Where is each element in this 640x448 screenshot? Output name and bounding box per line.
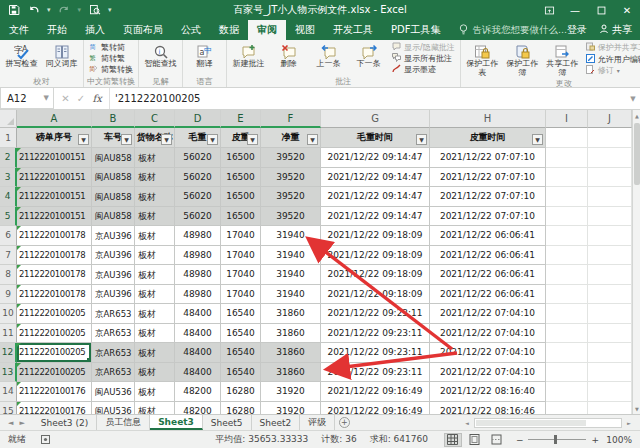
- row-header-5[interactable]: 5: [0, 207, 17, 227]
- cell-E7[interactable]: 17040: [221, 246, 261, 266]
- button-简繁转换[interactable]: 简简繁转换: [89, 64, 133, 75]
- cell-H6[interactable]: 2021/12/22 06:06:41: [430, 226, 546, 246]
- filter-dropdown-icon[interactable]: ▼: [307, 134, 318, 145]
- row-header-15[interactable]: 15: [0, 402, 17, 415]
- cell-B10[interactable]: 京AR653: [92, 304, 135, 324]
- column-header-J[interactable]: J: [588, 110, 632, 128]
- row-header-12[interactable]: 12: [0, 343, 17, 363]
- cell-A7[interactable]: 2112220100178: [17, 246, 92, 266]
- column-header-I[interactable]: I: [546, 110, 588, 128]
- button-保护工作表[interactable]: 保护工作表: [463, 41, 502, 78]
- cell-J12[interactable]: [588, 343, 632, 363]
- cell-F11[interactable]: 31860: [261, 324, 321, 344]
- scroll-right-icon[interactable]: ►: [624, 418, 634, 428]
- cell-D4[interactable]: 56020: [175, 187, 221, 207]
- cell-I13[interactable]: [546, 363, 588, 383]
- cell-F15[interactable]: 31920: [261, 402, 321, 415]
- sheet-nav-left-icon[interactable]: ◄: [8, 419, 13, 427]
- filter-dropdown-icon[interactable]: ▼: [416, 134, 427, 145]
- cell-D2[interactable]: 56020: [175, 148, 221, 168]
- cell-J2[interactable]: [588, 148, 632, 168]
- cell-B15[interactable]: 闽AU536: [92, 402, 135, 415]
- zoom-slider-thumb[interactable]: [554, 435, 557, 444]
- cell-E14[interactable]: 16280: [221, 382, 261, 402]
- button-同义词库[interactable]: 同义词库: [42, 41, 81, 76]
- cell-D15[interactable]: 48200: [175, 402, 221, 415]
- horizontal-scroll-thumb[interactable]: [476, 420, 586, 426]
- cell-F10[interactable]: 31860: [261, 304, 321, 324]
- button-简转繁[interactable]: 繁简转繁: [89, 53, 133, 64]
- cell-F12[interactable]: 31860: [261, 343, 321, 363]
- undo-icon[interactable]: [27, 4, 40, 17]
- cell-I9[interactable]: [546, 285, 588, 305]
- minimize-icon[interactable]: —: [562, 0, 588, 20]
- filter-dropdown-icon[interactable]: ▼: [78, 134, 89, 145]
- button-繁转简[interactable]: 简繁转简: [89, 42, 133, 53]
- scroll-up-icon[interactable]: ▲: [633, 110, 640, 121]
- cell-J6[interactable]: [588, 226, 632, 246]
- cell-A14[interactable]: 2112220100176: [17, 382, 92, 402]
- sheet-tab-员工信息[interactable]: 员工信息: [97, 415, 150, 430]
- column-header-F[interactable]: F: [261, 110, 321, 128]
- confirm-entry-icon[interactable]: ✓: [77, 93, 85, 104]
- ribbon-tab-文件[interactable]: 文件: [0, 20, 38, 40]
- cell-F14[interactable]: 31920: [261, 382, 321, 402]
- print-preview-icon[interactable]: [88, 4, 101, 17]
- cell-D13[interactable]: 48400: [175, 363, 221, 383]
- cell-B14[interactable]: 闽AU536: [92, 382, 135, 402]
- cell-H10[interactable]: 2021/12/22 07:04:10: [430, 304, 546, 324]
- cell-G15[interactable]: 2021/12/22 09:16:49: [321, 402, 430, 415]
- cell-E10[interactable]: 16540: [221, 304, 261, 324]
- filter-header-毛重[interactable]: 毛重▼: [175, 128, 221, 148]
- row-header-2[interactable]: 2: [0, 148, 17, 168]
- filter-header-毛重时间[interactable]: 毛重时间▼: [321, 128, 430, 148]
- cell-D10[interactable]: 48400: [175, 304, 221, 324]
- cell-F3[interactable]: 39520: [261, 168, 321, 188]
- button-新建批注[interactable]: 新建批注: [229, 41, 268, 76]
- cell-H3[interactable]: 2021/12/22 07:07:10: [430, 168, 546, 188]
- cell-E15[interactable]: 16280: [221, 402, 261, 415]
- cell-D6[interactable]: 48980: [175, 226, 221, 246]
- row-header-3[interactable]: 3: [0, 168, 17, 188]
- ribbon-tab-开始[interactable]: 开始: [38, 20, 76, 40]
- cell-C9[interactable]: 板材: [135, 285, 175, 305]
- cell-G5[interactable]: 2021/12/22 09:14:47: [321, 207, 430, 227]
- formula-input[interactable]: '2112220100205: [110, 88, 626, 109]
- cell-D8[interactable]: 48980: [175, 265, 221, 285]
- cell-G4[interactable]: 2021/12/22 09:14:47: [321, 187, 430, 207]
- ribbon-tab-PDF工具集[interactable]: PDF工具集: [382, 20, 449, 40]
- cell-C5[interactable]: 板材: [135, 207, 175, 227]
- cell-H12[interactable]: 2021/12/22 07:04:10: [430, 343, 546, 363]
- zoom-in-icon[interactable]: +: [591, 435, 599, 445]
- cell-A5[interactable]: 2112220100151: [17, 207, 92, 227]
- sheet-tab-Sheet2[interactable]: Sheet2: [252, 415, 301, 430]
- cell-J4[interactable]: [588, 187, 632, 207]
- sheet-nav-right-icon[interactable]: ►: [19, 419, 24, 427]
- cancel-entry-icon[interactable]: ✕: [61, 93, 69, 104]
- cell-B8[interactable]: 京AU396: [92, 265, 135, 285]
- cell-G7[interactable]: 2021/12/22 09:18:09: [321, 246, 430, 266]
- cell-G10[interactable]: 2021/12/22 09:23:11: [321, 304, 430, 324]
- ribbon-tab-插入[interactable]: 插入: [76, 20, 114, 40]
- cell-I11[interactable]: [546, 324, 588, 344]
- redo-icon[interactable]: [58, 4, 71, 17]
- cell-E12[interactable]: 16540: [221, 343, 261, 363]
- filter-header-皮重时间[interactable]: 皮重时间▼: [430, 128, 546, 148]
- filter-header-净重[interactable]: 净重▼: [261, 128, 321, 148]
- cell-I2[interactable]: [546, 148, 588, 168]
- row-header-4[interactable]: 4: [0, 187, 17, 207]
- column-header-G[interactable]: G: [321, 110, 430, 128]
- undo-caret-icon[interactable]: ▾: [47, 6, 51, 14]
- row-header-8[interactable]: 8: [0, 265, 17, 285]
- qat-customize-icon[interactable]: ▾: [108, 6, 112, 14]
- ribbon-tab-视图[interactable]: 视图: [286, 20, 324, 40]
- cell-J15[interactable]: [588, 402, 632, 415]
- normal-view-icon[interactable]: [444, 433, 462, 447]
- cell-I14[interactable]: [546, 382, 588, 402]
- row-header-9[interactable]: 9: [0, 285, 17, 305]
- column-header-C[interactable]: C: [135, 110, 175, 128]
- cell-F2[interactable]: 39520: [261, 148, 321, 168]
- row-header-7[interactable]: 7: [0, 246, 17, 266]
- cell-I8[interactable]: [546, 265, 588, 285]
- cell-C7[interactable]: 板材: [135, 246, 175, 266]
